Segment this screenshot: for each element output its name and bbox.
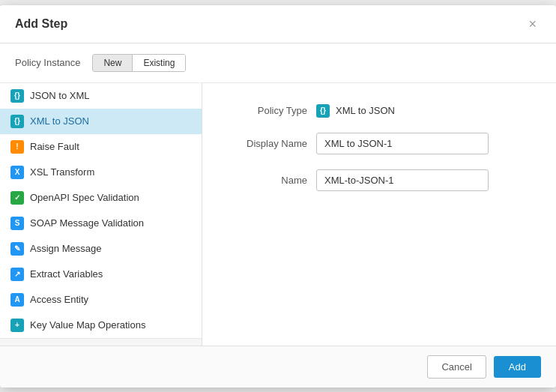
list-item[interactable]: {} XML to JSON [0,109,202,134]
list-item[interactable]: A Access Entity [0,287,202,313]
list-panel: {} JSON to XML {} XML to JSON ! Raise Fa… [0,83,202,346]
list-item-label: Key Value Map Operations [30,319,145,331]
list-item-label: XSL Transform [30,166,94,178]
list-item-label: Raise Fault [30,141,79,152]
display-name-input[interactable] [316,133,489,154]
policy-type-label: Policy Type [225,105,307,116]
display-name-label: Display Name [225,138,307,149]
add-button[interactable]: Add [494,356,541,378]
list-item[interactable]: ✎ Assign Message [0,236,202,262]
policy-instance-label: Policy Instance [15,57,80,68]
soap-message-icon: S [10,217,24,230]
list-item[interactable]: + Key Value Map Operations [0,313,202,338]
list-item[interactable]: ✓ OpenAPI Spec Validation [0,185,202,211]
dialog-title: Add Step [15,17,67,31]
list-item-label: Access Entity [30,294,88,305]
list-item-label: Assign Message [30,243,101,254]
name-input[interactable] [316,169,489,191]
policy-type-value: XML to JSON [336,105,395,116]
list-item-label: OpenAPI Spec Validation [30,192,139,203]
detail-panel: Policy Type {} XML to JSON Display Name … [202,83,556,346]
xsl-transform-icon: X [10,166,24,179]
policy-type-value-container: {} XML to JSON [316,104,395,118]
list-item[interactable]: {} JSON to XML [0,83,202,109]
dialog-body: Policy Instance New Existing {} JSON to … [0,43,556,346]
list-item[interactable]: S SOAP Message Validation [0,211,202,236]
name-label: Name [225,175,307,186]
extract-variables-icon: ↗ [10,268,24,281]
xml-to-json-icon: {} [10,115,24,128]
list-item-label: SOAP Message Validation [30,217,144,229]
existing-button[interactable]: Existing [132,55,185,71]
dialog-footer: Cancel Add [0,346,556,388]
json-to-xml-icon: {} [10,89,24,103]
cancel-button[interactable]: Cancel [427,355,486,379]
close-button[interactable]: × [524,16,541,32]
list-item-label: JSON to XML [30,90,89,101]
list-item-label: XML to JSON [30,115,89,127]
access-entity-icon: A [10,293,24,307]
key-value-map-icon: + [10,319,24,332]
extension-section-label: EXTENSION [0,338,202,346]
raise-fault-icon: ! [10,140,24,154]
policy-type-icon: {} [316,104,330,118]
content-area: {} JSON to XML {} XML to JSON ! Raise Fa… [0,83,556,346]
list-item-label: Extract Variables [30,268,103,280]
add-step-dialog: Add Step × Policy Instance New Existing … [0,5,556,388]
dialog-header: Add Step × [0,5,556,43]
assign-message-icon: ✎ [10,242,24,256]
list-item[interactable]: ↗ Extract Variables [0,262,202,287]
policy-instance-row: Policy Instance New Existing [0,43,556,83]
list-item[interactable]: X XSL Transform [0,160,202,185]
openapi-spec-icon: ✓ [10,191,24,205]
policy-type-row: Policy Type {} XML to JSON [225,104,534,118]
name-row: Name [225,169,534,191]
list-item[interactable]: ! Raise Fault [0,134,202,160]
display-name-row: Display Name [225,133,534,154]
policy-instance-toggle-group: New Existing [92,54,186,72]
new-button[interactable]: New [93,55,132,71]
